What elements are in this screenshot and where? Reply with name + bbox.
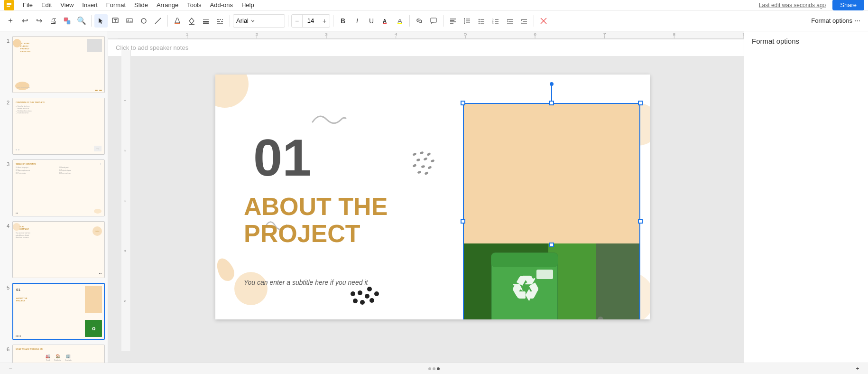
- svg-point-93: [365, 294, 369, 299]
- menu-addons[interactable]: Add-ons: [206, 0, 237, 9]
- shape-tool[interactable]: [137, 14, 150, 28]
- numbered-list-button[interactable]: 1.2.3.: [489, 14, 502, 28]
- svg-rect-5: [67, 20, 70, 24]
- canvas-area: 1 2 3 4 5 6 7 8 9: [108, 31, 744, 363]
- underline-button[interactable]: U: [365, 14, 378, 28]
- menu-format[interactable]: Format: [102, 0, 129, 9]
- comment-button[interactable]: [427, 14, 440, 28]
- indent-increase-button[interactable]: [517, 14, 531, 28]
- svg-text:2: 2: [255, 32, 258, 36]
- svg-text:A: A: [383, 18, 387, 24]
- clear-format-button[interactable]: [537, 14, 550, 28]
- undo-button[interactable]: ↩: [18, 14, 31, 28]
- rotation-handle[interactable]: [550, 82, 554, 86]
- menu-file[interactable]: File: [19, 0, 37, 9]
- font-size-increase[interactable]: +: [319, 15, 330, 27]
- menu-slide[interactable]: Slide: [130, 0, 152, 9]
- svg-text:5: 5: [464, 32, 467, 36]
- fill-color-button[interactable]: [171, 14, 184, 28]
- line-tool[interactable]: [151, 14, 165, 28]
- slide-preview-2: CONTENTS OF THIS TEMPLATE — Some list it…: [12, 98, 105, 155]
- app-logo: [4, 0, 14, 10]
- slide-preview-1: NO MOREPLASTICPROJECTPROPOSAL Some small…: [12, 36, 105, 93]
- slide-title: ABOUT THE PROJECT: [244, 193, 388, 247]
- share-button[interactable]: Share: [832, 0, 864, 10]
- svg-rect-1: [7, 3, 11, 4]
- menu-insert[interactable]: Insert: [78, 0, 102, 9]
- menu-bar: File Edit View Insert Format Slide Arran…: [0, 0, 868, 10]
- svg-point-86: [412, 164, 416, 168]
- bold-button[interactable]: B: [336, 14, 350, 28]
- link-button[interactable]: [413, 14, 426, 28]
- slide-thumb-5[interactable]: 5 01 ABOUT THEPROJECT ♻: [2, 282, 106, 341]
- menu-arrange[interactable]: Arrange: [153, 0, 182, 9]
- paint-format-button[interactable]: [61, 14, 74, 28]
- italic-button[interactable]: I: [351, 14, 364, 28]
- svg-text:2: 2: [123, 150, 127, 151]
- menu-view[interactable]: View: [56, 0, 77, 9]
- svg-point-84: [423, 157, 427, 161]
- menu-tools[interactable]: Tools: [183, 0, 205, 9]
- add-button[interactable]: ＋: [4, 14, 17, 28]
- image-tool[interactable]: [123, 14, 136, 28]
- slide-preview-4: OURCOMPANY You can enter text hereand ad…: [12, 221, 105, 278]
- line-spacing-button[interactable]: [461, 14, 474, 28]
- redo-button[interactable]: ↪: [32, 14, 46, 28]
- main-area: 1 NO MOREPLASTICPROJECTPROPOSAL Some sma…: [0, 31, 868, 363]
- svg-rect-14: [189, 24, 194, 25]
- slide-preview-3: TABLE OF CONTENTS 01 About the project 0…: [12, 159, 105, 216]
- resize-handle-tl[interactable]: [461, 101, 465, 105]
- highlight-button[interactable]: [393, 14, 406, 28]
- bottom-bar: − +: [0, 363, 868, 374]
- print-button[interactable]: 🖨: [46, 14, 60, 28]
- svg-rect-23: [397, 23, 402, 24]
- zoom-out-button[interactable]: −: [6, 364, 15, 374]
- slide-number-display: 01: [253, 131, 311, 184]
- slide-thumb-4[interactable]: 4 OURCOMPANY You can enter text hereand …: [2, 220, 106, 279]
- svg-point-90: [424, 171, 428, 175]
- svg-point-97: [367, 287, 372, 291]
- selected-image-element[interactable]: ♻: [463, 103, 640, 319]
- font-size-decrease[interactable]: −: [292, 15, 302, 27]
- slide-thumb-1[interactable]: 1 NO MOREPLASTICPROJECTPROPOSAL Some sma…: [2, 35, 106, 94]
- format-options-button[interactable]: Format options ⋯: [807, 15, 864, 26]
- indent-decrease-button[interactable]: [503, 14, 517, 28]
- resize-handle-mr[interactable]: [638, 219, 643, 224]
- more-options-icon: ⋯: [854, 17, 860, 24]
- align-button[interactable]: [446, 14, 460, 28]
- slide-thumb-6[interactable]: 6 WHAT WE ARE WORKING ON 🏭 Retail 🏠 Resi…: [2, 344, 106, 363]
- text-color-button[interactable]: A: [379, 14, 392, 28]
- svg-text:3.: 3.: [492, 22, 494, 24]
- slide-preview-6: WHAT WE ARE WORKING ON 🏭 Retail 🏠 Reside…: [12, 345, 105, 363]
- font-size-input[interactable]: [302, 15, 319, 27]
- svg-text:5: 5: [123, 300, 127, 302]
- bullet-list-button[interactable]: [475, 14, 488, 28]
- zoom-in-button[interactable]: +: [853, 364, 862, 374]
- border-color-button[interactable]: [185, 14, 198, 28]
- font-family-selector[interactable]: Arial: [233, 14, 285, 28]
- border-weight-button[interactable]: [199, 14, 212, 28]
- slide-num-6: 6: [3, 346, 9, 352]
- slide-thumb-3[interactable]: 3 TABLE OF CONTENTS 01 About the project…: [2, 159, 106, 217]
- zoom-button[interactable]: 🔍: [75, 14, 88, 28]
- svg-text:1: 1: [123, 100, 127, 102]
- resize-handle-tm[interactable]: [549, 101, 554, 105]
- selection-border: [463, 103, 640, 319]
- border-dash-button[interactable]: [213, 14, 227, 28]
- select-tool[interactable]: [94, 14, 108, 28]
- svg-point-94: [353, 299, 358, 303]
- resize-handle-tr[interactable]: [638, 101, 643, 105]
- slide-thumb-2[interactable]: 2 CONTENTS OF THIS TEMPLATE — Some list …: [2, 97, 106, 156]
- font-size-group: − +: [291, 14, 330, 28]
- menu-help[interactable]: Help: [238, 0, 258, 9]
- slide-dot-1: [428, 367, 431, 370]
- svg-line-12: [155, 18, 161, 24]
- resize-handle-ml[interactable]: [461, 219, 465, 224]
- svg-rect-53: [118, 31, 744, 39]
- slide-dot-3: [437, 367, 440, 370]
- text-tool[interactable]: [109, 14, 122, 28]
- slide-canvas: 1 2 3 4 5: [121, 43, 744, 351]
- resize-handle-mid[interactable]: [549, 243, 554, 247]
- menu-edit[interactable]: Edit: [37, 0, 55, 9]
- wave-decoration: [310, 112, 348, 129]
